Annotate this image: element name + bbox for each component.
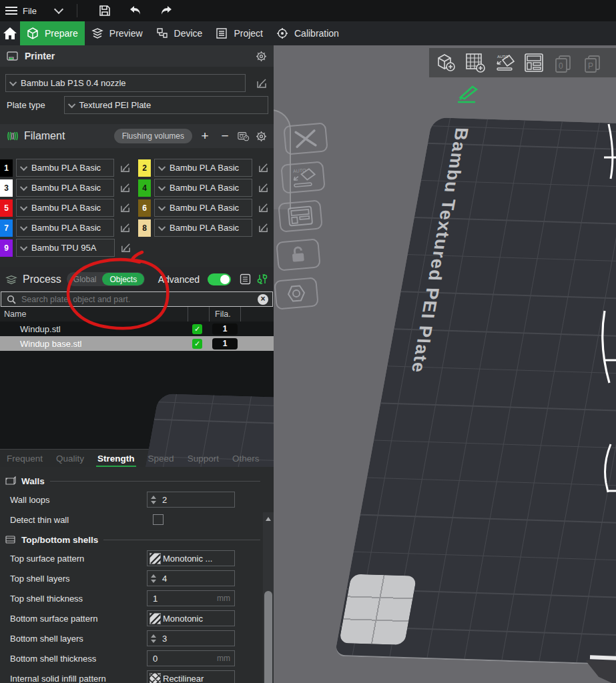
- bottom-surface-pattern-select[interactable]: Monotonic: [147, 610, 235, 626]
- tree-row-windup-base-stl-selected[interactable]: Windup base.stl ✓ 1: [0, 336, 274, 351]
- filament-select[interactable]: Bambu PLA Basic: [154, 199, 252, 217]
- printer-select[interactable]: Bambu Lab P1S 0.4 nozzle: [5, 74, 246, 92]
- build-plate[interactable]: Bambu Textured PEI Plate: [334, 117, 616, 669]
- filament-select[interactable]: Bambu PLA Basic: [16, 219, 114, 237]
- tab-frequent[interactable]: Frequent: [0, 450, 49, 467]
- filament-select[interactable]: Bambu PLA Basic: [16, 179, 114, 197]
- auto-orient-plate-icon[interactable]: AUTO: [280, 161, 326, 193]
- spinner-arrows-icon[interactable]: [147, 492, 160, 507]
- edit-filament-icon[interactable]: [118, 161, 131, 175]
- setting-value: 1: [147, 594, 158, 604]
- print-enabled-checkbox[interactable]: ✓: [192, 324, 202, 334]
- setting-top-surface-pattern: Top surface pattern Monotonic ...: [4, 548, 263, 568]
- filament-select[interactable]: Bambu PLA Basic: [154, 159, 252, 177]
- tab-strength[interactable]: Strength: [91, 450, 141, 467]
- arrange-plate-icon[interactable]: [278, 199, 323, 232]
- scroll-up-icon[interactable]: [266, 517, 271, 521]
- spinner-arrows-icon[interactable]: [147, 571, 160, 586]
- filament-badge[interactable]: 1: [0, 159, 13, 177]
- viewport-3d[interactable]: Bambu Textured PEI Plate AUTO 0 P: [274, 45, 616, 683]
- tab-others[interactable]: Others: [226, 450, 266, 467]
- edit-filament-icon[interactable]: [118, 221, 131, 235]
- home-button[interactable]: [0, 21, 20, 45]
- filament-select[interactable]: Bambu PLA Basic: [154, 219, 252, 237]
- compare-presets-icon[interactable]: [256, 273, 268, 285]
- adjacent-plate-corner: [274, 109, 291, 209]
- tree-row-windup-stl[interactable]: Windup.stl ✓ 1: [0, 321, 274, 336]
- add-plate-icon[interactable]: [464, 51, 487, 74]
- filament-number-badge[interactable]: 1: [212, 323, 238, 335]
- lock-plate-icon[interactable]: [276, 238, 321, 271]
- edit-filament-icon[interactable]: [256, 201, 270, 215]
- edit-plate-name-pen-icon[interactable]: [455, 83, 482, 104]
- remove-filament-button[interactable]: −: [218, 129, 232, 143]
- filament-badge[interactable]: 3: [0, 179, 13, 197]
- filament-badge[interactable]: 4: [138, 179, 151, 197]
- hamburger-menu-icon[interactable]: [5, 7, 17, 15]
- tab-label: Project: [234, 28, 263, 39]
- internal-solid-infill-pattern-select[interactable]: Rectilinear: [147, 670, 235, 683]
- filament-settings-gear-icon[interactable]: [255, 130, 267, 142]
- filament-badge[interactable]: 6: [138, 199, 151, 217]
- filament-select[interactable]: Bambu PLA Basic: [154, 179, 252, 197]
- split-to-parts-icon[interactable]: P: [581, 51, 604, 74]
- print-enabled-checkbox[interactable]: ✓: [192, 339, 202, 349]
- edit-filament-icon[interactable]: [256, 181, 270, 195]
- filament-badge[interactable]: 9: [0, 239, 13, 257]
- undo-button[interactable]: [128, 3, 143, 18]
- filament-badge[interactable]: 8: [138, 219, 151, 237]
- scrollbar-thumb[interactable]: [264, 591, 272, 683]
- tab-speed[interactable]: Speed: [141, 450, 181, 467]
- detect-thin-wall-checkbox[interactable]: [153, 514, 164, 525]
- plate-settings-icon[interactable]: [274, 277, 319, 309]
- filament-badge[interactable]: 7: [0, 219, 13, 237]
- arrange-icon[interactable]: [523, 51, 545, 74]
- tab-prepare[interactable]: Prepare: [20, 21, 85, 45]
- ams-sync-icon[interactable]: [238, 130, 250, 142]
- tab-preview[interactable]: Preview: [85, 21, 149, 45]
- scope-global-button[interactable]: Global: [67, 275, 103, 284]
- search-input[interactable]: [21, 295, 254, 304]
- top-shell-thickness-input[interactable]: 1 mm: [147, 590, 235, 606]
- delete-plate-icon[interactable]: [283, 122, 328, 155]
- advanced-toggle[interactable]: [208, 273, 231, 285]
- tab-calibration[interactable]: Calibration: [270, 21, 346, 45]
- clear-search-icon[interactable]: ×: [258, 294, 268, 305]
- file-menu[interactable]: File: [23, 6, 37, 16]
- bottom-shell-layers-stepper[interactable]: 3: [147, 630, 235, 646]
- spinner-arrows-icon[interactable]: [147, 631, 160, 646]
- add-object-icon[interactable]: [434, 51, 457, 74]
- printer-settings-gear-icon[interactable]: [255, 50, 267, 62]
- top-surface-pattern-select[interactable]: Monotonic ...: [147, 550, 235, 566]
- add-filament-button[interactable]: +: [198, 129, 212, 143]
- plate-type-select[interactable]: Textured PEI Plate: [64, 96, 268, 114]
- split-to-objects-icon[interactable]: 0: [552, 51, 575, 74]
- edit-filament-icon[interactable]: [118, 201, 131, 215]
- scope-objects-button[interactable]: Objects: [102, 273, 144, 285]
- edit-filament-icon[interactable]: [256, 221, 270, 235]
- save-button[interactable]: [97, 3, 112, 18]
- filament-number-badge[interactable]: 1: [212, 338, 238, 350]
- parameter-table-icon[interactable]: [239, 273, 251, 285]
- filament-select[interactable]: Bambu PLA Basic: [16, 159, 114, 177]
- redo-button[interactable]: [159, 3, 174, 18]
- tab-support[interactable]: Support: [181, 450, 226, 467]
- top-shell-layers-stepper[interactable]: 4: [147, 570, 235, 586]
- flushing-volumes-button[interactable]: Flushing volumes: [114, 129, 192, 143]
- wall-loops-stepper[interactable]: 2: [147, 492, 235, 508]
- edit-filament-icon[interactable]: [119, 241, 132, 255]
- filament-badge[interactable]: 5: [0, 199, 13, 217]
- tab-quality[interactable]: Quality: [49, 450, 91, 467]
- settings-scrollbar[interactable]: [263, 512, 274, 683]
- filament-badge[interactable]: 2: [138, 159, 151, 177]
- edit-printer-icon[interactable]: [255, 77, 268, 90]
- filament-select[interactable]: Bambu TPU 95A: [16, 239, 115, 257]
- bottom-shell-thickness-input[interactable]: 0 mm: [147, 650, 235, 666]
- tab-project[interactable]: Project: [209, 21, 270, 45]
- edit-filament-icon[interactable]: [256, 161, 270, 175]
- tab-device[interactable]: Device: [149, 21, 210, 45]
- edit-filament-icon[interactable]: [118, 181, 131, 195]
- filament-select[interactable]: Bambu PLA Basic: [16, 199, 114, 217]
- auto-orient-icon[interactable]: AUTO: [493, 51, 516, 74]
- chevron-down-icon[interactable]: [54, 5, 63, 14]
